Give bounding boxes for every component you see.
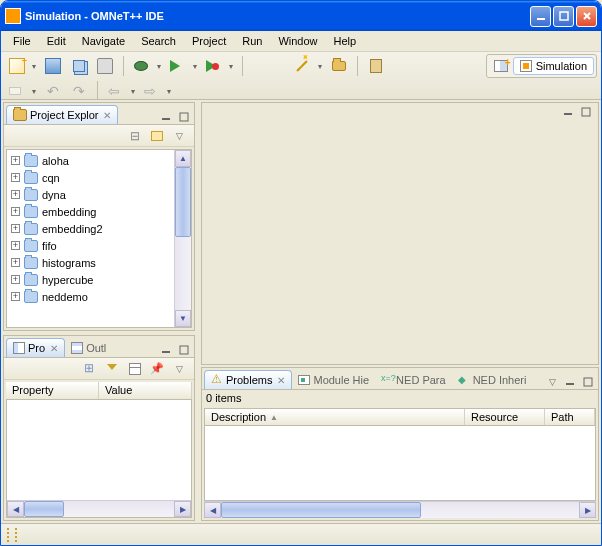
nav-next-button[interactable]: ↷ (67, 80, 91, 102)
pin-button[interactable]: 📌 (148, 360, 166, 378)
expand-icon[interactable]: + (11, 173, 20, 182)
tree-item[interactable]: +fifo (7, 237, 174, 254)
tree-item[interactable]: +cqn (7, 169, 174, 186)
expand-icon[interactable]: + (11, 241, 20, 250)
close-button[interactable] (576, 6, 597, 27)
menu-file[interactable]: File (5, 33, 39, 49)
maximize-view-button[interactable] (580, 375, 596, 389)
tree-label: embedding2 (42, 223, 103, 235)
tree-item[interactable]: +embedding (7, 203, 174, 220)
expand-icon[interactable]: + (11, 207, 20, 216)
folder-icon (24, 223, 38, 235)
scroll-right-button[interactable]: ▶ (174, 501, 191, 517)
minimize-view-button[interactable] (562, 375, 578, 389)
back-button[interactable]: ⇦ (104, 80, 138, 102)
tree-item[interactable]: +embedding2 (7, 220, 174, 237)
horizontal-scrollbar[interactable]: ◀ ▶ (7, 500, 191, 517)
minimize-button[interactable] (530, 6, 551, 27)
close-icon[interactable]: ✕ (50, 343, 58, 354)
ned-inheritance-icon (458, 374, 470, 386)
scroll-thumb[interactable] (175, 167, 191, 237)
run-ext-button[interactable] (202, 55, 236, 77)
maximize-view-button[interactable] (176, 343, 192, 357)
vertical-scrollbar[interactable]: ▲ ▼ (174, 150, 191, 327)
view-menu-button[interactable]: ▽ (170, 360, 188, 378)
wand-button[interactable] (291, 55, 325, 77)
expand-icon[interactable]: + (11, 292, 20, 301)
scroll-thumb[interactable] (24, 501, 64, 517)
expand-icon[interactable]: + (11, 258, 20, 267)
open-perspective-button[interactable] (489, 55, 513, 77)
close-icon[interactable]: ✕ (103, 110, 111, 121)
toolbar-separator (357, 56, 358, 76)
debug-button[interactable] (130, 55, 164, 77)
column-property[interactable]: Property (6, 382, 99, 399)
show-advanced-button[interactable] (126, 360, 144, 378)
menu-navigate[interactable]: Navigate (74, 33, 133, 49)
open-folder-button[interactable] (327, 55, 351, 77)
horizontal-scrollbar[interactable]: ◀ ▶ (204, 501, 596, 518)
perspective-simulation[interactable]: Simulation (513, 57, 594, 75)
column-value[interactable]: Value (99, 382, 192, 399)
tab-outline[interactable]: Outl (65, 339, 112, 357)
scroll-left-button[interactable]: ◀ (7, 501, 24, 517)
scroll-right-button[interactable]: ▶ (579, 502, 596, 518)
expand-icon[interactable]: + (11, 190, 20, 199)
nav-prev-button[interactable]: ↶ (41, 80, 65, 102)
tab-properties[interactable]: Pro ✕ (6, 338, 65, 357)
expand-icon[interactable]: + (11, 156, 20, 165)
run-button[interactable] (166, 55, 200, 77)
minimize-view-button[interactable] (158, 110, 174, 124)
scroll-up-button[interactable]: ▲ (175, 150, 191, 167)
view-menu-button[interactable]: ▽ (544, 375, 560, 389)
tree-item[interactable]: +dyna (7, 186, 174, 203)
menu-run[interactable]: Run (234, 33, 270, 49)
menu-edit[interactable]: Edit (39, 33, 74, 49)
scroll-down-button[interactable]: ▼ (175, 310, 191, 327)
view-menu-button[interactable]: ▽ (170, 127, 188, 145)
ned-parameters-icon (381, 374, 393, 386)
tree-item[interactable]: +aloha (7, 152, 174, 169)
column-path[interactable]: Path (545, 409, 595, 425)
link-editor-button[interactable] (148, 127, 166, 145)
nav-window-button[interactable] (5, 80, 39, 102)
tab-problems[interactable]: Problems ✕ (204, 370, 292, 389)
maximize-button[interactable] (553, 6, 574, 27)
collapse-all-button[interactable]: ⊟ (126, 127, 144, 145)
help-book-button[interactable] (364, 55, 388, 77)
column-description[interactable]: Description▲ (205, 409, 465, 425)
scroll-left-button[interactable]: ◀ (204, 502, 221, 518)
tree-label: embedding (42, 206, 96, 218)
tab-module-hierarchy[interactable]: Module Hie (292, 371, 375, 389)
print-button[interactable] (93, 55, 117, 77)
project-tree[interactable]: +aloha +cqn +dyna +embedding +embedding2… (7, 150, 174, 327)
minimize-view-button[interactable] (158, 343, 174, 357)
main-area: Project Explor ✕ ⊟ ▽ +aloha +cqn +dyna (1, 100, 601, 523)
new-button[interactable] (5, 55, 39, 77)
filter-button[interactable] (104, 360, 122, 378)
save-all-button[interactable] (67, 55, 91, 77)
tree-item[interactable]: +neddemo (7, 288, 174, 305)
tree-item[interactable]: +hypercube (7, 271, 174, 288)
tab-ned-parameters[interactable]: NED Para (375, 371, 452, 389)
save-button[interactable] (41, 55, 65, 77)
svg-rect-1 (560, 12, 568, 20)
menu-help[interactable]: Help (326, 33, 365, 49)
menu-project[interactable]: Project (184, 33, 234, 49)
menu-search[interactable]: Search (133, 33, 184, 49)
expand-icon[interactable]: + (11, 224, 20, 233)
minimize-editor-button[interactable] (560, 105, 576, 119)
show-categories-button[interactable] (82, 360, 100, 378)
close-icon[interactable]: ✕ (277, 375, 285, 386)
tab-project-explorer[interactable]: Project Explor ✕ (6, 105, 118, 124)
column-resource[interactable]: Resource (465, 409, 545, 425)
expand-icon[interactable]: + (11, 275, 20, 284)
tab-ned-inheritance[interactable]: NED Inheri (452, 371, 533, 389)
tree-item[interactable]: +histograms (7, 254, 174, 271)
tab-label: Pro (28, 342, 45, 354)
menu-window[interactable]: Window (270, 33, 325, 49)
forward-button[interactable]: ⇨ (140, 80, 174, 102)
maximize-editor-button[interactable] (578, 105, 594, 119)
maximize-view-button[interactable] (176, 110, 192, 124)
scroll-thumb[interactable] (221, 502, 421, 518)
